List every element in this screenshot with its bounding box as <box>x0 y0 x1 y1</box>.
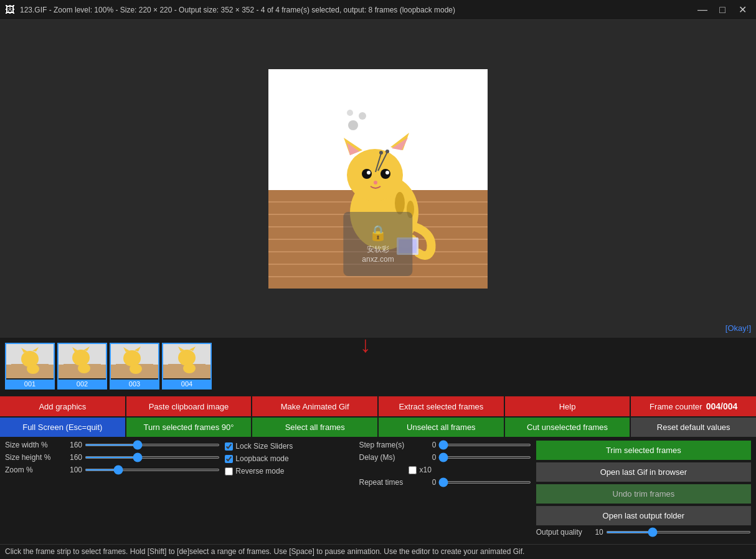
lock-size-label: Lock Size Sliders <box>235 442 293 451</box>
svg-point-2 <box>347 110 353 116</box>
canvas-area: 🔒 安软彩anxz.com [Okay!] <box>0 20 756 338</box>
reset-defaults-button[interactable]: Reset default values <box>631 418 756 437</box>
statusbar: Click the frame strip to select frames. … <box>0 544 756 559</box>
size-width-slider[interactable] <box>85 444 220 446</box>
svg-point-18 <box>379 151 383 155</box>
open-output-folder-button[interactable]: Open last output folder <box>536 506 751 525</box>
zoom-slider[interactable] <box>85 469 220 471</box>
help-button[interactable]: Help <box>505 396 630 416</box>
close-button[interactable]: ✕ <box>734 1 751 19</box>
size-width-label: Size width % <box>5 441 61 449</box>
undo-trim-button[interactable]: Undo trim frames <box>536 484 751 504</box>
add-graphics-button[interactable]: Add graphics <box>0 396 125 416</box>
reverse-label: Reverse mode <box>235 467 284 475</box>
svg-point-4 <box>395 192 405 214</box>
frame-counter-value: 004/004 <box>706 401 738 411</box>
turn-frames-button[interactable]: Turn selected frames 90° <box>126 418 252 437</box>
svg-point-14 <box>385 171 389 174</box>
select-all-button[interactable]: Select all frames <box>252 418 377 437</box>
frame-thumb-2[interactable]: 002 <box>57 343 107 389</box>
titlebar-left: 🖼 123.GIF - Zoom level: 100% - Size: 220… <box>5 4 455 16</box>
make-gif-button[interactable]: Make Animated Gif <box>252 396 377 416</box>
repeat-slider[interactable] <box>438 481 531 484</box>
right-col: Trim selected frames Open last Gif in br… <box>536 441 751 540</box>
frame-strip: ↓ 001 002 <box>0 338 756 394</box>
svg-point-40 <box>130 364 142 374</box>
zoom-val: 100 <box>64 466 82 474</box>
paste-clipboard-button[interactable]: Paste clipboard image <box>126 396 252 416</box>
x10-row: x10 <box>409 466 531 474</box>
trim-selected-button[interactable]: Trim selected frames <box>536 441 751 460</box>
frame-cat-4 <box>163 344 210 378</box>
loopback-row: Loopback mode <box>225 454 354 463</box>
loopback-label: Loopback mode <box>235 454 288 463</box>
reverse-row: Reverse mode <box>225 467 354 475</box>
open-last-gif-button[interactable]: Open last Gif in browser <box>536 462 751 482</box>
lock-size-checkbox[interactable] <box>225 442 233 451</box>
svg-point-1 <box>359 112 366 120</box>
repeat-label: Repeat times <box>359 478 415 487</box>
output-quality-slider[interactable] <box>606 531 751 533</box>
frame-cat-1 <box>6 344 54 378</box>
gif-preview: 🔒 安软彩anxz.com <box>268 69 488 289</box>
maximize-button[interactable]: □ <box>714 1 731 19</box>
loopback-checkbox[interactable] <box>225 455 233 463</box>
delay-val: 0 <box>417 453 436 462</box>
button-row-2: Full Screen (Esc=quit) Turn selected fra… <box>0 418 756 437</box>
checkbox-col: Lock Size Sliders Loopback mode Reverse … <box>225 441 354 479</box>
step-row: Step frame(s) 0 <box>359 441 531 449</box>
controls: Add graphics Paste clipboard image Make … <box>0 394 756 544</box>
frame-label-4: 004 <box>163 380 210 388</box>
frame-thumb-1[interactable]: 001 <box>5 343 55 389</box>
frame-cat-3 <box>111 344 158 378</box>
frame-cat-2 <box>59 344 106 378</box>
svg-point-46 <box>183 363 196 373</box>
x10-label: x10 <box>419 466 431 474</box>
sliders-area: Size width % 160 Size height % 160 Zoom … <box>0 437 756 544</box>
svg-point-0 <box>348 120 358 130</box>
okay-link[interactable]: [Okay!] <box>725 323 751 333</box>
repeat-row: Repeat times 0 <box>359 478 531 487</box>
output-quality-val: 10 <box>585 528 603 537</box>
titlebar: 🖼 123.GIF - Zoom level: 100% - Size: 220… <box>0 0 756 20</box>
frame-thumb-4[interactable]: 004 <box>162 343 212 389</box>
svg-point-11 <box>362 169 372 179</box>
delay-label: Delay (Ms) <box>359 453 415 462</box>
delay-row: Delay (Ms) 0 <box>359 453 531 462</box>
svg-marker-10 <box>392 138 408 150</box>
output-quality-label: Output quality <box>536 528 582 537</box>
frame-label-3: 003 <box>111 380 158 388</box>
frame-thumb-3[interactable]: 003 <box>110 343 159 389</box>
cut-unselected-button[interactable]: Cut unselected frames <box>505 418 630 437</box>
watermark-icon: 🔒 <box>362 224 394 242</box>
step-val: 0 <box>417 441 436 449</box>
app-icon: 🖼 <box>5 4 15 16</box>
button-row-1: Add graphics Paste clipboard image Make … <box>0 396 756 416</box>
step-slider[interactable] <box>438 444 531 446</box>
svg-point-34 <box>78 363 90 373</box>
extract-frames-button[interactable]: Extract selected frames <box>379 396 504 416</box>
step-label: Step frame(s) <box>359 441 415 449</box>
mid-slider-col: Step frame(s) 0 Delay (Ms) 0 x10 Repeat … <box>359 441 531 490</box>
frame-counter-label: Frame counter <box>650 402 702 411</box>
titlebar-title: 123.GIF - Zoom level: 100% - Size: 220 ×… <box>20 6 455 14</box>
x10-checkbox[interactable] <box>409 466 417 474</box>
reverse-checkbox[interactable] <box>225 467 233 475</box>
svg-point-12 <box>380 169 390 179</box>
left-slider-col: Size width % 160 Size height % 160 Zoom … <box>5 441 220 478</box>
svg-point-19 <box>385 150 389 153</box>
size-height-label: Size height % <box>5 453 61 462</box>
unselect-all-button[interactable]: Unselect all frames <box>379 418 504 437</box>
watermark: 🔒 安软彩anxz.com <box>343 212 412 276</box>
svg-point-13 <box>367 171 371 174</box>
frame-label-2: 002 <box>59 380 106 388</box>
watermark-text: 安软彩anxz.com <box>362 244 394 264</box>
status-text: Click the frame strip to select frames. … <box>5 547 524 556</box>
size-height-slider[interactable] <box>85 456 220 459</box>
frame-counter: Frame counter 004/004 <box>631 396 756 416</box>
delay-slider[interactable] <box>438 456 531 459</box>
size-height-row: Size height % 160 <box>5 453 220 462</box>
full-screen-button[interactable]: Full Screen (Esc=quit) <box>0 418 125 437</box>
minimize-button[interactable]: — <box>694 1 711 19</box>
svg-point-37 <box>123 350 141 366</box>
